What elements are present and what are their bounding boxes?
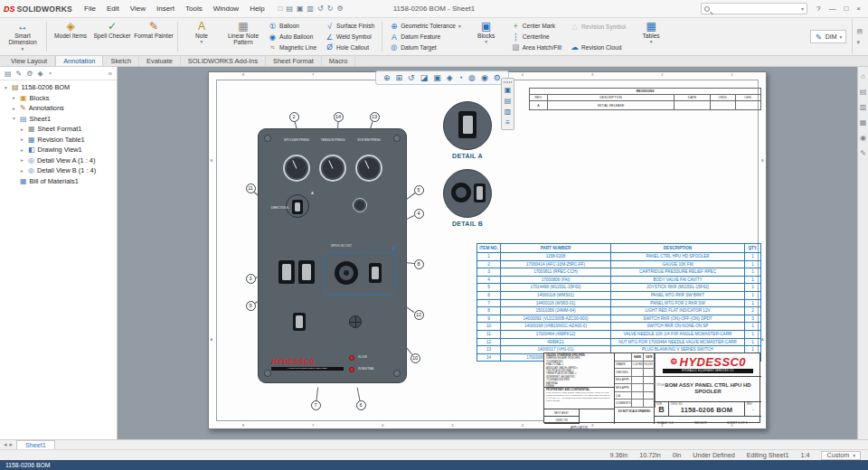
feature-manager-tab-icon[interactable]: ▤ (5, 70, 12, 78)
balloon-button[interactable]: ①Balloon (267, 21, 318, 32)
bom-row[interactable]: 11158-0206PANEL CTRL HPU HD SPOOLER1 (477, 253, 761, 261)
chevron-right-icon[interactable]: ▸ (11, 95, 17, 100)
display-manager-tab-icon[interactable]: ◔ (48, 70, 52, 78)
menu-tools[interactable]: Tools (181, 3, 207, 14)
view-settings-icon[interactable]: ⚙ (494, 73, 501, 82)
bom-row[interactable]: 417000806 (FAI)BODY VALVE FAI CAVITY1 (477, 276, 761, 284)
revision-table[interactable]: REVISIONSREV.DESCRIPTIONDATEORIG.CHK.AIN… (529, 88, 760, 110)
linear-note-pattern-button[interactable]: ▦Linear Note Pattern (222, 19, 264, 54)
bom-row[interactable]: 815010356 (24MM-64)LIGHT RED FLAT INDICA… (477, 307, 761, 315)
drawing-sheet[interactable]: 8877665544332211BBAA REVISIONSREV.DESCRI… (208, 71, 767, 429)
bom-table[interactable]: ITEM NO.PART NUMBERDESCRIPTIONQTY.11158-… (476, 243, 760, 362)
rebuild-icon[interactable]: ↻ (327, 5, 334, 13)
undo-icon[interactable]: ↺ (317, 5, 324, 13)
tree-item-sheet-format1[interactable]: ▸▦Sheet Format1 (0, 124, 117, 135)
chevron-down-icon[interactable]: ▾ (3, 85, 9, 90)
format-painter-button[interactable]: ✎Format Painter (133, 19, 175, 54)
tab-annotation[interactable]: Annotation (55, 55, 103, 66)
bom-row[interactable]: 217000414 (AFC-10M-25RC-FF)GAUGE 10K FM1 (477, 260, 761, 268)
table-options-icon[interactable]: ≡ (505, 118, 510, 127)
resources-home-icon[interactable]: ⌂ (861, 72, 865, 80)
design-library-icon[interactable]: ▤ (860, 88, 867, 96)
ribbon-pane-icon[interactable]: ▤ (856, 28, 863, 35)
table-anchor-icon[interactable]: ▣ (505, 86, 512, 94)
zoom-area-icon[interactable]: ⊞ (396, 73, 403, 82)
blocks-button[interactable]: ▣Blocks▾ (466, 19, 507, 54)
tab-macro[interactable]: Macro (322, 56, 356, 66)
taskbar-app-label[interactable]: 1158-0206 BOM (5, 462, 50, 468)
magnetic-line-button[interactable]: ≈Magnetic Line (267, 42, 318, 52)
tree-item-revision-table1[interactable]: ▸▦Revision Table1 (0, 135, 117, 146)
tree-item-sheet1[interactable]: ▾▤Sheet1 (0, 114, 117, 125)
revision-symbol-button[interactable]: △Revision Symbol (569, 21, 627, 32)
tab-solidworks-add-ins[interactable]: SOLIDWORKS Add-Ins (181, 56, 266, 66)
weld-symbol-button[interactable]: ∠Weld Symbol (324, 32, 376, 42)
tree-item-drawing-view1[interactable]: ▸◧Drawing View1 (0, 145, 117, 155)
revision-cloud-button[interactable]: ☁Revision Cloud (569, 42, 627, 52)
bom-row[interactable]: 517014498 (M115SL-15F62)JOYSTICK RKR (M1… (477, 284, 761, 292)
surface-finish-button[interactable]: √Surface Finish (324, 21, 376, 32)
chevron-right-icon[interactable]: ▸ (19, 147, 25, 153)
zoom-fit-icon[interactable]: ⊕ (383, 73, 391, 82)
dimension-style-dropdown[interactable]: ✎DIM▾ (810, 30, 847, 43)
search-box[interactable]: ▾ (701, 3, 807, 14)
tab-evaluate[interactable]: Evaluate (139, 56, 181, 66)
ribbon-collapse-icon[interactable]: ▾ (856, 39, 863, 46)
display-style-icon[interactable]: ◈ (447, 73, 453, 82)
open-file-icon[interactable]: ▤ (286, 5, 293, 13)
chevron-right-icon[interactable]: ▸ (19, 127, 25, 132)
tree-item-1158-0206-bom[interactable]: ▾▤1158-0206 BOM (0, 82, 117, 93)
close-icon[interactable]: × (856, 5, 861, 13)
tree-item-blocks[interactable]: ▸▣Blocks (0, 93, 117, 104)
minimize-icon[interactable]: — (828, 5, 835, 13)
drawing-view1-panel[interactable]: SPOOLER PRESS TENSION PRESS SYSTEM PRESS… (258, 128, 407, 383)
tree-item-detail-view-a-1-4[interactable]: ▸◎Detail View A (1 : 4) (0, 155, 117, 166)
tab-sheet-format[interactable]: Sheet Format (266, 56, 322, 66)
smart-dimension-button[interactable]: ↔Smart Dimension▾ (2, 19, 43, 54)
spell-checker-button[interactable]: ✓Spell Checker (91, 19, 133, 54)
toolbar-grip[interactable] (504, 81, 512, 83)
bom-row[interactable]: 614000118 (WMS01)PANEL MTG RKR SW BRKT1 (477, 291, 761, 299)
options-icon[interactable]: ⚙ (337, 5, 344, 13)
sheet-tab-sheet1[interactable]: Sheet1 (16, 440, 55, 449)
bom-row[interactable]: 124999K21NUT MTG FOR 17000464 NEEDLE VAL… (477, 338, 761, 346)
chevron-right-icon[interactable]: ▸ (19, 157, 25, 163)
datum-feature-button[interactable]: ADatum Feature (388, 32, 462, 42)
print-icon[interactable]: ▥ (307, 5, 315, 13)
view-orientation-icon[interactable]: ▣ (433, 73, 441, 82)
help-icon[interactable]: ? (816, 5, 820, 13)
menu-help[interactable]: Help (245, 3, 269, 14)
property-manager-tab-icon[interactable]: ✎ (16, 70, 23, 78)
tab-view-layout[interactable]: View Layout (4, 56, 55, 66)
save-icon[interactable]: ▣ (297, 5, 304, 13)
chevron-right-icon[interactable]: ▸ (19, 168, 25, 174)
auto-balloon-button[interactable]: ◉Auto Balloon (267, 32, 318, 42)
tab-sketch[interactable]: Sketch (103, 56, 139, 66)
custom-properties-icon[interactable]: ✎ (860, 149, 866, 157)
bom-row[interactable]: 714400116 (WS63-01)PANEL MTG FOR 2 RKR S… (477, 299, 761, 307)
menu-view[interactable]: View (126, 3, 150, 14)
view-palette-icon[interactable]: ▦ (860, 118, 867, 127)
bom-row[interactable]: 1014000168 (V4B1SNGC-AZA00-0)SWITCH RKR … (477, 323, 761, 331)
configuration-manager-tab-icon[interactable]: ⚙ (26, 70, 33, 78)
maximize-icon[interactable]: □ (844, 5, 848, 13)
bom-row[interactable]: 1117000464 (499PK12)VALVE NEEDLE 10K 1/4… (477, 330, 761, 338)
hole-callout-button[interactable]: ØHole Callout (324, 42, 376, 52)
menu-window[interactable]: Window (209, 3, 243, 14)
sheet-scroll-left-icon[interactable]: ◂ (4, 441, 7, 448)
tree-item-annotations[interactable]: ▸✎Annotations (0, 103, 117, 114)
bom-row[interactable]: 317000811 (RPEC-CCH)CARTRIDGE PRESSURE R… (477, 268, 761, 277)
menu-insert[interactable]: Insert (152, 3, 179, 14)
chevron-down-icon[interactable]: ▾ (11, 116, 17, 121)
appearances-icon[interactable]: ◉ (860, 134, 866, 142)
geometric-tolerance-button[interactable]: ⊕Geometric Tolerance▾ (388, 21, 462, 32)
detail-view-a[interactable] (443, 101, 492, 150)
tables-button[interactable]: ▦Tables▾ (630, 19, 672, 54)
scene-icon[interactable]: ◉ (481, 73, 488, 82)
hide-show-icon[interactable]: ◔ (458, 73, 463, 82)
area-hatch-fill-button[interactable]: ▨Area Hatch/Fill (510, 42, 563, 52)
file-explorer-icon[interactable]: ▥ (860, 103, 867, 111)
centerline-button[interactable]: ┆Centerline (510, 32, 563, 42)
menu-edit[interactable]: Edit (102, 3, 124, 14)
detail-view-b[interactable] (443, 169, 492, 218)
